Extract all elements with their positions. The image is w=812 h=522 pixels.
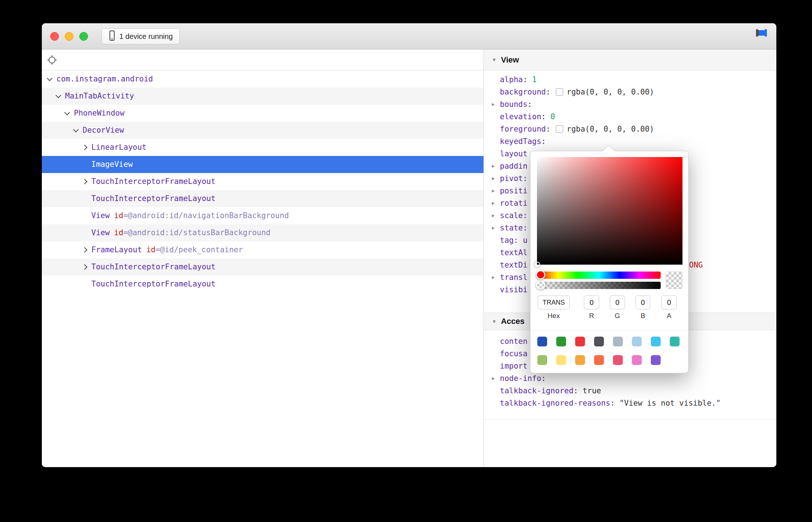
property-row: talkback-ignored: true <box>500 385 768 397</box>
expand-icon[interactable]: ▶ <box>492 271 495 284</box>
expand-icon[interactable]: ▶ <box>492 372 495 385</box>
blue-input[interactable] <box>636 296 650 309</box>
hierarchy-toolbar <box>42 49 483 71</box>
color-preset-swatch[interactable] <box>632 337 642 346</box>
property-key: node-info <box>500 374 541 383</box>
select-element-icon[interactable] <box>47 55 57 67</box>
minimize-button[interactable] <box>65 32 73 41</box>
tree-node-class: com.instagram.android <box>56 75 153 83</box>
device-selector-button[interactable]: 1 device running <box>102 28 180 44</box>
color-preset-swatch[interactable] <box>613 355 623 365</box>
tree-row[interactable]: MainTabActivity <box>42 88 483 105</box>
tree-node-id-value: =@id/peek_container <box>155 245 243 254</box>
chevron-down-icon[interactable] <box>74 122 83 139</box>
alpha-input[interactable] <box>661 296 677 309</box>
property-key: import <box>500 362 528 370</box>
blue-label: B <box>636 312 650 320</box>
property-key: state: <box>500 224 528 232</box>
tree-row[interactable]: TouchInterceptorFrameLayout <box>42 258 483 276</box>
right-panel-icon <box>765 29 767 37</box>
tree-row[interactable]: Viewid=@android:id/statusBarBackground <box>42 224 483 241</box>
tree-row[interactable]: ImageView <box>42 156 483 173</box>
tree-row[interactable]: LinearLayout <box>42 139 483 156</box>
green-label: G <box>610 312 625 320</box>
color-cursor[interactable] <box>534 262 540 268</box>
tree-row[interactable]: DecorView <box>42 122 483 139</box>
color-preset-swatch[interactable] <box>651 355 661 365</box>
property-key: textAl <box>500 248 528 257</box>
chevron-right-icon[interactable] <box>83 173 91 190</box>
property-key: paddin <box>500 162 528 170</box>
color-preset-swatch[interactable] <box>575 355 585 365</box>
tree-row[interactable]: PhoneWindow <box>42 105 483 122</box>
color-preset-swatch[interactable] <box>556 355 566 365</box>
color-preset-swatch[interactable] <box>670 337 680 346</box>
tree-row[interactable]: FrameLayoutid=@id/peek_container <box>42 241 483 258</box>
chevron-down-icon[interactable] <box>65 105 74 122</box>
color-preset-swatch[interactable] <box>594 337 604 346</box>
tree-row[interactable]: Viewid=@android:id/navigationBarBackgrou… <box>42 207 483 224</box>
tree-node-class: ImageView <box>91 160 133 169</box>
expand-icon[interactable]: ▶ <box>492 222 495 234</box>
property-key: talkback-ignored <box>500 386 573 395</box>
chevron-right-icon[interactable] <box>83 139 91 156</box>
property-colon: : <box>541 137 550 146</box>
titlebar[interactable]: 1 device running <box>42 23 776 49</box>
hex-input[interactable] <box>538 296 570 309</box>
alpha-track <box>537 282 661 289</box>
green-input[interactable] <box>610 296 625 309</box>
color-preset-swatch[interactable] <box>537 355 547 365</box>
color-preset-swatch[interactable] <box>575 337 585 346</box>
color-preset-swatch[interactable] <box>556 337 566 346</box>
close-button[interactable] <box>50 32 59 41</box>
color-preset-swatch[interactable] <box>651 337 661 346</box>
property-row: talkback-ignored-reasons: "View is not v… <box>500 397 768 409</box>
tree-node-class: TouchInterceptorFrameLayout <box>91 177 215 186</box>
tree-row[interactable]: com.instagram.android <box>42 71 483 88</box>
tree-row[interactable]: TouchInterceptorFrameLayout <box>42 173 483 190</box>
hierarchy-panel: com.instagram.androidMainTabActivityPhon… <box>42 49 484 467</box>
alpha-slider[interactable] <box>537 282 661 289</box>
color-preset-swatch[interactable] <box>613 337 623 346</box>
alpha-slider-handle[interactable] <box>536 280 545 290</box>
property-key: tag: u <box>500 236 528 245</box>
zoom-button[interactable] <box>79 32 88 41</box>
color-preset-swatch[interactable] <box>632 355 642 365</box>
expand-icon[interactable]: ▶ <box>492 160 495 172</box>
color-swatch[interactable] <box>556 125 563 133</box>
color-picker-popover: Hex R G B A <box>530 151 689 373</box>
color-swatch[interactable] <box>556 88 563 96</box>
color-preset-swatch[interactable] <box>594 355 604 365</box>
tree-row[interactable]: TouchInterceptorFrameLayout <box>42 276 483 293</box>
red-label: R <box>584 312 599 320</box>
tree-node-id-attr: id <box>114 211 123 220</box>
chevron-down-icon[interactable] <box>48 71 56 88</box>
property-key: rotati <box>500 199 528 208</box>
expand-icon[interactable]: ▶ <box>492 98 495 111</box>
color-preset-swatch[interactable] <box>537 337 547 346</box>
tree-row[interactable]: TouchInterceptorFrameLayout <box>42 190 483 207</box>
toggle-right-panel-button[interactable] <box>765 30 767 36</box>
expand-icon[interactable]: ▶ <box>492 209 495 222</box>
property-value-fragment: ONG <box>689 259 703 271</box>
phone-icon <box>108 30 116 43</box>
expand-icon[interactable]: ▶ <box>492 185 495 197</box>
hue-slider-handle[interactable] <box>536 270 545 280</box>
tree-node-id-attr: id <box>146 245 155 254</box>
chevron-right-icon[interactable] <box>83 241 91 258</box>
desktop-background: { "window": { "device_button": "1 device… <box>0 0 812 522</box>
toggle-left-panel-button[interactable] <box>756 30 758 36</box>
hue-slider[interactable] <box>537 272 661 279</box>
property-row: foreground: rgba(0, 0, 0, 0.00) <box>500 123 768 135</box>
chevron-down-icon[interactable] <box>56 88 65 105</box>
tree-node-id-attr: id <box>114 228 123 237</box>
expand-icon[interactable]: ▶ <box>492 172 495 185</box>
chevron-right-icon[interactable] <box>83 258 91 276</box>
tree-node-class: TouchInterceptorFrameLayout <box>91 194 215 203</box>
expand-icon[interactable]: ▶ <box>492 197 495 209</box>
section-header-view[interactable]: ▼ View <box>484 49 776 71</box>
tree-node-class: View <box>91 228 110 237</box>
saturation-value-area[interactable] <box>537 157 682 265</box>
red-input[interactable] <box>584 296 599 309</box>
property-colon: : <box>541 374 550 383</box>
